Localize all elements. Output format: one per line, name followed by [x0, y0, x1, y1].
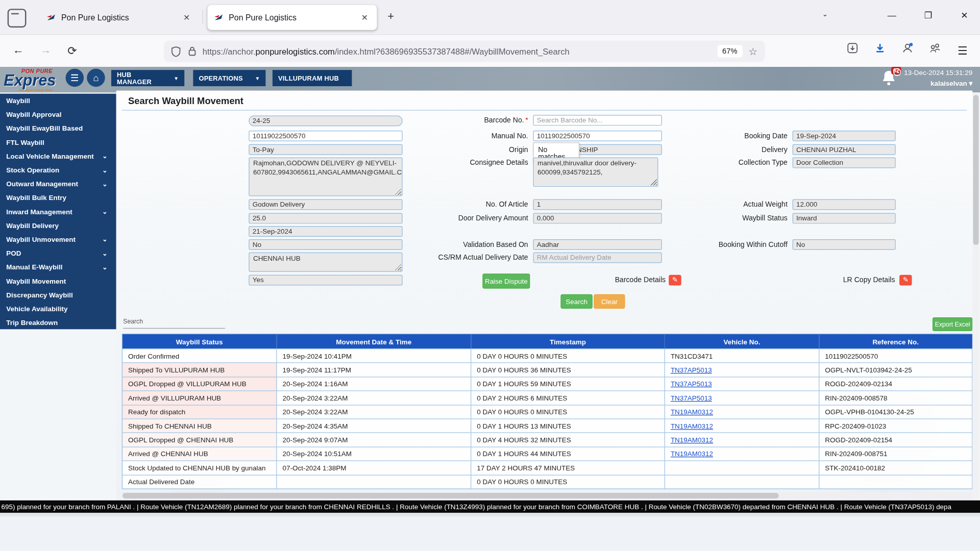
table-cell-status: Order Confirmed	[122, 348, 277, 362]
sidebar-item-vehicle-availability[interactable]: Vehicle Availability	[0, 302, 116, 315]
waybill-no-input[interactable]: 10119022500570	[249, 131, 402, 141]
table-cell-reference	[819, 474, 972, 488]
lock-icon[interactable]	[188, 46, 197, 57]
table-row: Shipped To CHENNAI HUB20-Sep-2024 4:35AM…	[122, 418, 974, 432]
chargeable-weight-field[interactable]: 25.0	[249, 213, 402, 224]
sidebar-item-waybill-ewaybill-based[interactable]: Waybill EwayBill Based	[0, 121, 116, 135]
hub-label[interactable]: VILLUPURAM HUB	[273, 70, 352, 86]
downloads-icon[interactable]	[874, 42, 886, 57]
vehicle-no-link[interactable]: TN19AM0312	[671, 422, 713, 430]
door-delivery-amount-field[interactable]: 0.000	[533, 213, 662, 224]
consignor-validation-field[interactable]: No	[249, 239, 402, 250]
window-restore-button[interactable]: ❐	[919, 10, 938, 20]
window-minimize-button[interactable]: —	[883, 10, 901, 20]
clear-button[interactable]: Clear	[594, 294, 625, 309]
reload-icon[interactable]: ⟳	[67, 44, 77, 58]
browser-tab-2[interactable]: Pon Pure Logistics ✕	[208, 5, 377, 30]
sidebar-item-ftl-waybill[interactable]: FTL Waybill	[0, 135, 116, 149]
new-tab-button[interactable]: +	[387, 10, 394, 23]
vehicle-no-link[interactable]: TN37AP5013	[671, 366, 712, 374]
operations-dropdown[interactable]: OPERATIONS▼	[193, 70, 265, 86]
table-header-cell[interactable]: Reference No.	[819, 334, 972, 348]
sidebar-item-discrepancy-waybill[interactable]: Discrepancy Waybill	[0, 288, 116, 302]
sidebar-item-inward-management[interactable]: Inward Management⌄	[0, 205, 116, 218]
menu-hamburger-icon[interactable]: ☰	[958, 44, 968, 58]
vehicle-no-link[interactable]: TN19AM0312	[671, 436, 713, 444]
currently-in-textarea[interactable]: CHENNAI HUB	[249, 253, 402, 272]
sidebar-item-waybill-movement[interactable]: Waybill Movement	[0, 274, 116, 288]
delivery-type-field[interactable]: Godown Delivery	[249, 199, 402, 210]
lr-copy-details-edit-icon[interactable]: ✎	[899, 275, 912, 286]
vehicle-no-link[interactable]: TN19AM0312	[671, 450, 713, 458]
manual-no-input[interactable]: 10119022500570	[533, 131, 662, 141]
account-icon[interactable]	[902, 42, 913, 57]
consignor-details-textarea[interactable]: Rajmohan,GODOWN DELIVERY @ NEYVELI-60780…	[249, 158, 402, 196]
page-title: Search Waybill Movement	[128, 95, 243, 106]
no-of-article-field[interactable]: 1	[533, 199, 662, 210]
sidebar-item-waybill-delivery[interactable]: Waybill Delivery	[0, 218, 116, 232]
url-bar[interactable]: https://anchor.ponpurelogistics.com/inde…	[164, 41, 765, 62]
vehicle-no-link[interactable]: TN19AM0312	[671, 408, 713, 416]
delivery-field[interactable]: CHENNAI PUZHAL	[793, 144, 896, 155]
raise-dispute-button[interactable]: Raise Dispute	[482, 273, 530, 288]
role-dropdown[interactable]: HUB MANAGER▼	[111, 70, 184, 86]
waybill-status-field[interactable]: Inward	[793, 213, 896, 224]
table-filter-input[interactable]	[123, 328, 225, 329]
save-page-icon[interactable]	[847, 42, 858, 57]
sidebar-item-waybill-unmovement[interactable]: Waybill Unmovement⌄	[0, 232, 116, 246]
barcode-no-input[interactable]: Search Barcode No...	[533, 115, 662, 126]
actual-weight-field[interactable]: 12.000	[793, 199, 896, 210]
validation-based-on-field[interactable]: Aadhar	[533, 239, 662, 250]
table-header-cell[interactable]: Movement Date & Time	[277, 334, 471, 348]
windows-taskbar: 1 Search ⌂ O W ✂ ⌃ ENGIN	[0, 516, 980, 551]
back-icon[interactable]: ←	[12, 44, 23, 57]
booking-date-field[interactable]: 19-Sep-2024	[793, 131, 896, 141]
forward-icon[interactable]: →	[40, 44, 51, 57]
sidebar-item-pod[interactable]: POD⌄	[0, 246, 116, 260]
tab-close-icon[interactable]: ✕	[181, 12, 192, 23]
search-button[interactable]: Search	[560, 294, 592, 309]
table-header-cell[interactable]: Timestamp	[471, 334, 665, 348]
vehicle-no-link[interactable]: TN37AP5013	[671, 394, 712, 402]
firefox-view-icon[interactable]	[8, 9, 27, 28]
table-header-cell[interactable]: Waybill Status	[122, 334, 277, 348]
home-icon[interactable]: ⌂	[87, 69, 105, 87]
vehicle-no-link[interactable]: TN37AP5013	[671, 380, 712, 388]
sidebar-item-stock-operation[interactable]: Stock Operation⌄	[0, 163, 116, 177]
table-row: Arrived @ CHENNAI HUB20-Sep-2024 10:51AM…	[122, 446, 974, 460]
tab-separator	[203, 10, 203, 24]
vertical-scrollbar[interactable]	[972, 92, 979, 500]
expected-delivery-tat-field[interactable]: 21-Sep-2024	[249, 226, 402, 237]
waybill-type-field[interactable]: To-Pay	[249, 144, 402, 155]
zoom-level-badge[interactable]: 67%	[717, 45, 742, 57]
export-excel-button[interactable]: Export Excel	[933, 317, 972, 331]
consignee-details-textarea[interactable]: manivel,thiruvallur door delivery-600099…	[533, 158, 658, 187]
collection-type-field[interactable]: Door Collection	[793, 158, 896, 168]
sidebar-item-manual-e-waybill[interactable]: Manual E-Waybill⌄	[0, 260, 116, 274]
ponpure-logo[interactable]: PON PURE Expres On time every time	[3, 67, 65, 92]
window-close-button[interactable]: ✕	[955, 10, 974, 20]
sidebar-item-outward-management[interactable]: Outward Management⌄	[0, 177, 116, 191]
table-header-cell[interactable]: Vehicle No.	[665, 334, 819, 348]
sidebar-item-waybill[interactable]: Waybill	[0, 94, 116, 108]
horizontal-scrollbar[interactable]	[122, 492, 973, 499]
booking-within-cutoff-field[interactable]: No	[793, 239, 896, 250]
menu-toggle-icon[interactable]: ☰	[66, 69, 84, 87]
bookmark-star-icon[interactable]: ☆	[749, 45, 758, 57]
table-row: Actual Delivered Date0 DAY 0 HOURS 0 MIN…	[122, 474, 974, 488]
sidebar-item-trip-breakdown[interactable]: Trip Breakdown	[0, 315, 116, 329]
csrm-actual-delivery-date-input[interactable]: RM Actual Delivery Date	[533, 253, 662, 263]
barcode-enabled-field[interactable]: Yes	[249, 275, 402, 286]
share-icon[interactable]	[929, 42, 941, 57]
browser-tab-1[interactable]: Pon Pure Logistics ✕	[40, 5, 199, 30]
list-tabs-icon[interactable]: ⌄	[816, 10, 835, 18]
user-menu[interactable]: kalaiselvan ▾	[930, 80, 972, 88]
accounting-year-select[interactable]: 24-25	[249, 116, 402, 127]
sidebar-item-label: Local Vehicle Management	[6, 153, 93, 160]
barcode-details-edit-icon[interactable]: ✎	[669, 275, 681, 286]
sidebar-item-local-vehicle-management[interactable]: Local Vehicle Management⌄	[0, 149, 116, 163]
sidebar-item-waybill-bulk-entry[interactable]: Waybill Bulk Entry	[0, 191, 116, 205]
shield-icon[interactable]	[172, 46, 181, 57]
tab-close-icon[interactable]: ✕	[359, 12, 371, 23]
sidebar-item-waybill-approval[interactable]: Waybill Approval	[0, 108, 116, 121]
